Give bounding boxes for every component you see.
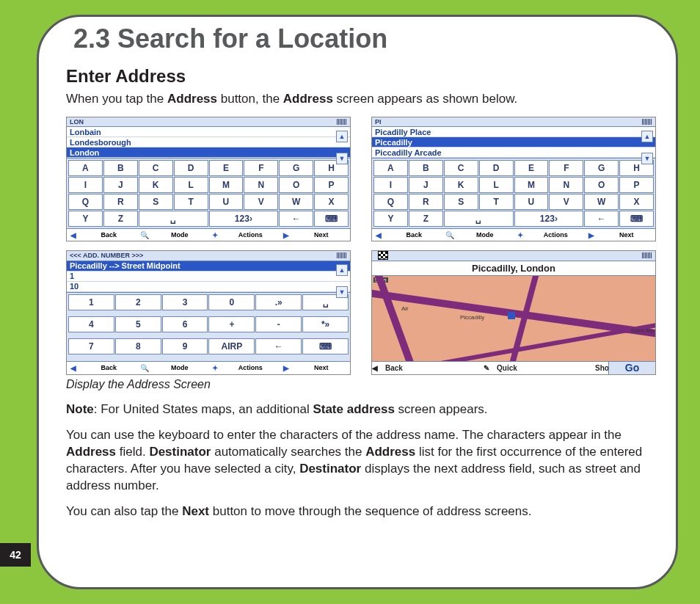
scroll-down-icon[interactable]: ▼ <box>641 153 653 164</box>
actions-button[interactable]: Actions <box>222 231 280 239</box>
back-icon[interactable]: ◀ <box>372 231 385 239</box>
map-view[interactable]: 50 m Air Piccadilly Saint Alb <box>372 276 655 361</box>
next-button[interactable]: Next <box>598 231 656 239</box>
key-keyboard-icon[interactable]: ⌨ <box>302 338 349 354</box>
key[interactable]: B <box>103 160 138 176</box>
key[interactable]: E <box>209 160 244 176</box>
key[interactable]: R <box>409 194 443 210</box>
key-backspace[interactable]: ← <box>279 211 313 227</box>
key[interactable]: + <box>208 316 255 332</box>
back-button[interactable]: Back <box>385 231 443 239</box>
back-button[interactable]: Back <box>80 231 138 239</box>
back-icon[interactable]: ◀ <box>372 364 385 372</box>
key[interactable]: S <box>444 194 478 210</box>
actions-icon[interactable]: ✦ <box>208 231 222 239</box>
mode-button[interactable]: Mode <box>456 231 514 239</box>
quick-button[interactable]: Quick <box>497 364 595 372</box>
key[interactable]: K <box>139 177 173 193</box>
next-button[interactable]: Next <box>293 231 351 239</box>
key[interactable]: 7 <box>68 338 114 354</box>
next-icon[interactable]: ▶ <box>280 231 293 239</box>
key[interactable]: V <box>549 194 583 210</box>
key-123[interactable]: 123› <box>514 211 584 227</box>
scroll-down-icon[interactable]: ▼ <box>336 153 348 164</box>
key[interactable]: A <box>373 160 408 176</box>
key[interactable]: B <box>409 160 443 176</box>
back-button[interactable]: Back <box>80 364 138 371</box>
next-icon[interactable]: ▶ <box>585 231 598 239</box>
key-space[interactable]: ␣ <box>444 211 514 227</box>
key[interactable]: F <box>244 160 278 176</box>
mode-icon[interactable]: 🔍 <box>443 231 456 239</box>
key-keyboard-icon[interactable]: ⌨ <box>619 211 654 227</box>
back-icon[interactable]: ◀ <box>67 364 80 372</box>
key[interactable]: G <box>279 160 313 176</box>
key[interactable]: 3 <box>162 294 208 310</box>
list-item-selected[interactable]: Piccadilly <box>372 137 655 148</box>
key[interactable]: 0 <box>208 294 255 310</box>
list-item[interactable]: Picadilly Place <box>372 127 655 137</box>
key[interactable]: O <box>279 177 313 193</box>
mode-icon[interactable]: 🔍 <box>138 231 151 239</box>
key[interactable]: J <box>103 177 138 193</box>
key[interactable]: M <box>209 177 244 193</box>
mode-icon[interactable]: 🔍 <box>138 364 151 372</box>
key[interactable]: C <box>139 160 173 176</box>
key[interactable]: N <box>244 177 278 193</box>
list-item[interactable]: Lonbain <box>67 127 350 137</box>
key[interactable]: 6 <box>162 316 208 332</box>
actions-icon[interactable]: ✦ <box>514 231 527 239</box>
key[interactable]: U <box>514 194 549 210</box>
key[interactable]: F <box>549 160 583 176</box>
key[interactable]: Y <box>68 211 103 227</box>
key[interactable]: E <box>514 160 549 176</box>
actions-button[interactable]: Actions <box>527 231 585 239</box>
key[interactable]: D <box>174 160 208 176</box>
key[interactable]: X <box>619 194 654 210</box>
key-space[interactable]: ␣ <box>139 211 208 227</box>
key[interactable]: U <box>209 194 244 210</box>
key[interactable]: R <box>103 194 138 210</box>
key[interactable]: X <box>314 194 349 210</box>
scroll-down-icon[interactable]: ▼ <box>336 286 348 298</box>
key[interactable]: Y <box>373 211 408 227</box>
list-item-selected[interactable]: Piccadilly --> Street Midpoint <box>67 261 350 272</box>
key-backspace[interactable]: ← <box>584 211 619 227</box>
key[interactable]: P <box>619 177 654 193</box>
key[interactable]: P <box>314 177 349 193</box>
key-airp[interactable]: AIRP <box>208 338 255 354</box>
actions-button[interactable]: Actions <box>222 364 280 371</box>
key[interactable]: A <box>68 160 103 176</box>
key[interactable]: 1 <box>68 294 114 310</box>
key[interactable]: .» <box>255 294 302 310</box>
mode-button[interactable]: Mode <box>151 364 209 371</box>
key[interactable]: Z <box>103 211 138 227</box>
key[interactable]: 5 <box>115 316 161 332</box>
key[interactable]: D <box>479 160 514 176</box>
key[interactable]: 2 <box>115 294 161 310</box>
key[interactable]: I <box>373 177 408 193</box>
short-button[interactable]: Short <box>595 364 608 372</box>
scroll-up-icon[interactable]: ▲ <box>336 131 348 142</box>
list-item[interactable]: Piccadilly Arcade <box>372 148 655 158</box>
key[interactable]: 9 <box>162 338 208 354</box>
key[interactable]: L <box>479 177 514 193</box>
key[interactable]: N <box>549 177 583 193</box>
key[interactable]: O <box>584 177 619 193</box>
quick-icon[interactable]: ✎ <box>484 364 497 372</box>
go-button[interactable]: Go <box>608 362 655 374</box>
scroll-up-icon[interactable]: ▲ <box>336 264 348 276</box>
key[interactable]: 8 <box>115 338 161 354</box>
key[interactable]: W <box>584 194 619 210</box>
key-keyboard-icon[interactable]: ⌨ <box>314 211 349 227</box>
actions-icon[interactable]: ✦ <box>208 364 222 372</box>
key[interactable]: I <box>68 177 103 193</box>
key-123[interactable]: 123› <box>209 211 279 227</box>
key[interactable]: J <box>409 177 443 193</box>
list-item[interactable]: Londesborough <box>67 137 350 148</box>
key[interactable]: T <box>479 194 514 210</box>
key[interactable]: K <box>444 177 478 193</box>
key[interactable]: T <box>174 194 208 210</box>
scroll-up-icon[interactable]: ▲ <box>641 131 653 142</box>
key[interactable]: M <box>514 177 549 193</box>
